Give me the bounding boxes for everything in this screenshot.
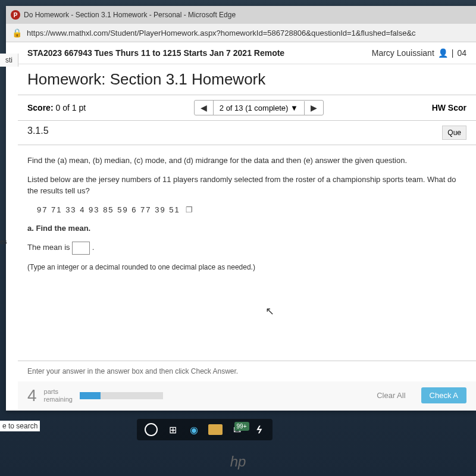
data-values: 97 71 33 4 93 85 59 6 77 39 51 ❐ [27,204,466,216]
browser-tab-bar: P Do Homework - Section 3.1 Homework - P… [6,6,476,24]
part-a-label: a. Find the mean. [27,223,466,234]
check-answer-button[interactable]: Check A [421,387,466,403]
score-display: Score: 0 of 1 pt [27,103,86,112]
score-value: 0 of 1 pt [55,103,86,112]
cortana-icon[interactable] [142,421,161,438]
url-bar[interactable]: 🔒 https://www.mathxl.com/Student/PlayerH… [6,24,476,42]
mail-icon[interactable]: ✉99+ [227,421,246,438]
content-area: STA2023 667943 Tues Thurs 11 to 1215 Sta… [18,42,476,410]
mean-input[interactable] [72,242,90,255]
date-fragment: 04 [457,48,466,58]
copy-icon[interactable]: ❐ [186,205,194,214]
progress-bar [80,392,163,399]
footer-bar: 4 parts remaining Clear All Check A [18,381,476,410]
nav-next-button[interactable]: ▶ [305,101,323,115]
lock-icon: 🔒 [12,28,22,37]
course-header: STA2023 667943 Tues Thurs 11 to 1215 Sta… [18,42,476,64]
progress-fill [80,392,101,399]
nav-prev-button[interactable]: ◀ [195,101,214,115]
clear-all-button[interactable]: Clear All [368,387,414,403]
question-navigator: ◀ 2 of 13 (1 complete) ▼ ▶ [86,100,432,115]
left-sidebar-fragment: sti [0,54,18,67]
search-hint: e to search [0,421,40,431]
parts-remaining-label: parts remaining [44,388,73,402]
parts-remaining-count: 4 [27,386,37,405]
score-label: Score: [27,103,54,112]
task-view-icon[interactable]: ⊞ [163,421,182,438]
url-text: https://www.mathxl.com/Student/PlayerHom… [27,29,416,37]
user-name: Marcy Louissiant [372,48,434,58]
user-info: Marcy Louissiant 👤 | 04 [372,48,466,58]
browser-window: P Do Homework - Section 3.1 Homework - P… [6,6,476,411]
answer-period: . [92,243,95,252]
tab-title: Do Homework - Section 3.1 Homework - Per… [24,11,236,19]
left-label-es: es [0,238,7,245]
user-icon[interactable]: 👤 [438,48,448,58]
question-body: Find the (a) mean, (b) median, (c) mode,… [18,145,476,361]
course-name: STA2023 667943 Tues Thurs 11 to 1215 Sta… [27,48,284,58]
pearson-icon: P [11,10,20,20]
windows-taskbar: ⊞ ◉ ✉99+ ϟ [137,419,273,440]
hp-logo: hp [230,453,246,470]
question-header-row: 3.1.5 Que [18,121,476,145]
answer-line: The mean is . [27,242,466,255]
explorer-icon[interactable] [206,421,225,438]
mail-badge: 99+ [234,422,249,431]
question-description: Listed below are the jersey numbers of 1… [27,174,466,197]
nav-position[interactable]: 2 of 13 (1 complete) ▼ [214,101,305,115]
cursor-icon: ↖ [265,303,274,320]
answer-stem: The mean is [27,243,70,252]
score-row: Score: 0 of 1 pt ◀ 2 of 13 (1 complete) … [18,95,476,121]
divider: | [452,48,454,58]
edge-icon[interactable]: ◉ [184,421,203,438]
footer-prompt: Enter your answer in the answer box and … [18,361,476,381]
question-help-button[interactable]: Que [442,126,466,140]
answer-hint: (Type an integer or a decimal rounded to… [27,262,466,273]
homework-title: Homework: Section 3.1 Homework [18,64,476,95]
question-number: 3.1.5 [27,126,49,140]
question-intro: Find the (a) mean, (b) median, (c) mode,… [27,155,466,167]
app-icon[interactable]: ϟ [249,421,268,438]
hw-score-label: HW Scor [432,103,466,112]
